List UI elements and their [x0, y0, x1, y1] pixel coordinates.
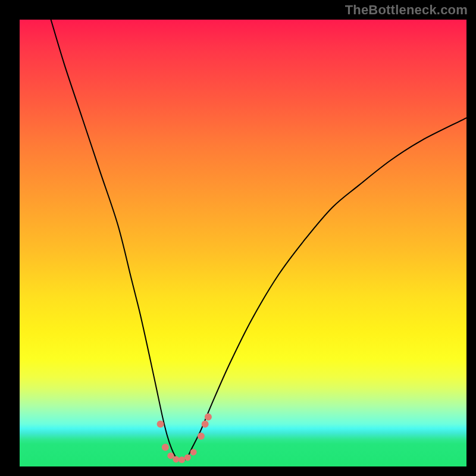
curve-marker — [157, 421, 164, 428]
watermark-text: TheBottleneck.com — [345, 2, 468, 18]
curve-markers — [157, 414, 212, 464]
curve-marker — [205, 414, 212, 421]
plot-area — [20, 20, 466, 466]
curve-marker — [167, 452, 174, 459]
curve-marker — [162, 444, 169, 451]
curve-marker — [202, 421, 209, 428]
bottleneck-curve — [51, 20, 466, 461]
chart-svg — [20, 20, 466, 466]
curve-marker — [173, 456, 179, 462]
curve-marker — [178, 456, 185, 463]
curve-marker — [190, 449, 197, 455]
curve-marker — [198, 433, 205, 440]
curve-marker — [184, 454, 191, 461]
chart-frame: TheBottleneck.com — [0, 0, 476, 476]
